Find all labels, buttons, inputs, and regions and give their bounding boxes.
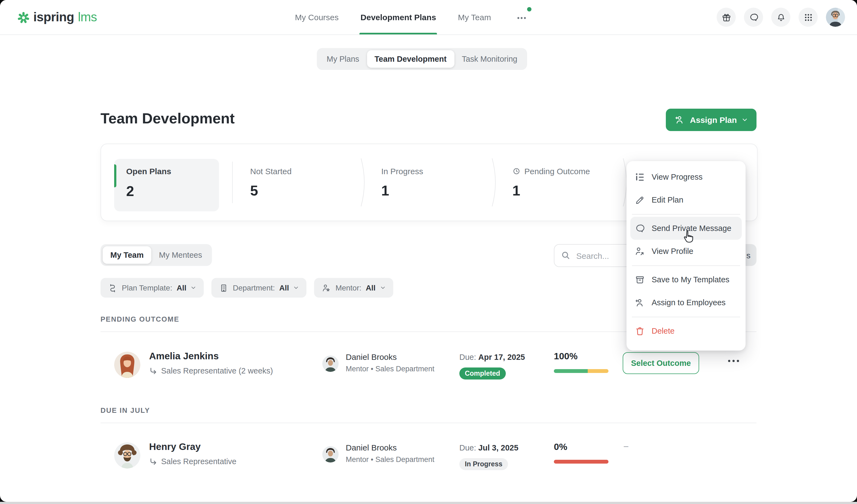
filter-label: Mentor: xyxy=(335,283,361,292)
filter-value: All xyxy=(366,283,375,292)
save-template-icon xyxy=(634,274,645,285)
progress-segment-green xyxy=(554,369,588,373)
employee-name[interactable]: Henry Gray xyxy=(149,441,201,453)
filter-mentor[interactable]: Mentor: All xyxy=(314,278,393,298)
tab-my-plans[interactable]: My Plans xyxy=(319,50,367,68)
assign-plan-label: Assign Plan xyxy=(690,115,737,124)
chevron-down-icon xyxy=(742,117,748,123)
stat-divider xyxy=(232,162,233,203)
nav-item-my-team[interactable]: My Team xyxy=(458,0,491,34)
apps-button[interactable] xyxy=(799,7,818,27)
filter-department[interactable]: Department: All xyxy=(212,278,307,298)
department-icon xyxy=(219,283,229,292)
notification-dot xyxy=(527,7,532,12)
stat-curve-divider xyxy=(359,158,367,206)
employee-avatar xyxy=(114,442,140,469)
menu-item-assign-to-employees[interactable]: Assign to Employees xyxy=(626,291,745,314)
tab-my-team[interactable]: My Team xyxy=(103,246,151,264)
mentor-name[interactable]: Daniel Brooks xyxy=(346,443,397,452)
plan-row-henry-gray[interactable]: Henry Gray Sales Representative Daniel B… xyxy=(101,428,756,483)
clock-icon xyxy=(512,167,521,175)
search-icon xyxy=(560,250,571,261)
progress-percent: 0% xyxy=(554,442,567,453)
team-switcher: My Team My Mentees xyxy=(101,244,212,266)
employee-role: Sales Representative (2 weeks) xyxy=(149,366,273,375)
due-date: Due: Jul 3, 2025 xyxy=(459,443,518,452)
section-heading-due-in-july: DUE IN JULY xyxy=(101,406,150,415)
edit-plan-icon xyxy=(634,195,645,205)
menu-item-view-progress[interactable]: View Progress xyxy=(626,166,745,188)
user-avatar[interactable] xyxy=(826,7,845,27)
page-title: Team Development xyxy=(101,109,235,128)
logo-product-text: lms xyxy=(78,10,97,24)
stat-value: 1 xyxy=(381,182,389,199)
chevron-down-icon xyxy=(380,285,385,290)
nav-item-development-plans[interactable]: Development Plans xyxy=(360,0,436,34)
select-outcome-button[interactable]: Select Outcome xyxy=(623,352,699,374)
mentor-name[interactable]: Daniel Brooks xyxy=(346,352,397,362)
mentor-details: Mentor • Sales Department xyxy=(346,365,435,373)
filters-row: Plan Template: All Department: All xyxy=(101,278,393,298)
partially-hidden-button-text: s xyxy=(746,250,751,259)
menu-item-delete[interactable]: Delete xyxy=(626,319,745,342)
due-date: Due: Apr 17, 2025 xyxy=(459,353,525,362)
stat-value: 5 xyxy=(250,182,258,199)
nav-more-button[interactable] xyxy=(513,0,531,34)
stat-value: 2 xyxy=(126,183,134,200)
notifications-button[interactable] xyxy=(771,7,790,27)
menu-item-view-profile[interactable]: View Profile xyxy=(626,240,745,263)
menu-item-save-to-my-templates[interactable]: Save to My Templates xyxy=(626,268,745,291)
stat-curve-divider xyxy=(490,158,498,206)
menu-divider xyxy=(626,211,745,217)
app-logo[interactable]: ispring lms xyxy=(17,0,97,34)
stat-label: In Progress xyxy=(381,167,423,176)
filter-value: All xyxy=(177,283,186,292)
stat-label-pending-outcome: Pending Outcome xyxy=(512,167,590,176)
tab-task-monitoring[interactable]: Task Monitoring xyxy=(454,50,525,68)
section-heading-pending-outcome: PENDING OUTCOME xyxy=(101,315,180,323)
messages-button[interactable] xyxy=(744,7,763,27)
main-nav: My Courses Development Plans My Team xyxy=(295,0,531,34)
row-more-button[interactable] xyxy=(727,359,740,363)
filter-label: Department: xyxy=(233,283,275,292)
gift-icon xyxy=(721,12,731,22)
stat-label: Not Started xyxy=(250,167,292,176)
sub-arrow-icon xyxy=(149,457,157,466)
logo-brand-text: ispring xyxy=(33,10,74,24)
employee-name[interactable]: Amelia Jenkins xyxy=(149,351,219,362)
status-badge: In Progress xyxy=(459,458,508,470)
sub-arrow-icon xyxy=(149,367,157,375)
assign-user-icon xyxy=(675,115,685,125)
plan-template-icon xyxy=(108,283,117,292)
tab-my-mentees[interactable]: My Mentees xyxy=(151,246,210,264)
filter-label: Plan Template: xyxy=(122,283,172,292)
menu-divider xyxy=(626,314,745,319)
mentor-avatar xyxy=(322,446,339,463)
apps-grid-icon xyxy=(803,12,813,22)
assign-employees-icon xyxy=(634,297,645,308)
chat-icon xyxy=(749,12,758,22)
progress-segment-yellow xyxy=(588,369,608,373)
filter-value: All xyxy=(280,283,289,292)
progress-bar xyxy=(554,369,608,373)
menu-item-send-private-message[interactable]: Send Private Message xyxy=(630,217,742,240)
status-badge: Completed xyxy=(459,368,505,380)
progress-bar xyxy=(554,460,608,464)
screenshot-stage: ispring lms My Courses Development Plans… xyxy=(0,0,857,504)
row-context-menu: View Progress Edit Plan Send Private Mes… xyxy=(626,161,745,351)
gifts-button[interactable] xyxy=(717,7,736,27)
view-profile-icon xyxy=(634,246,645,256)
filter-plan-template[interactable]: Plan Template: All xyxy=(101,278,204,298)
assign-plan-button[interactable]: Assign Plan xyxy=(666,109,756,131)
progress-percent: 100% xyxy=(554,351,577,362)
nav-item-my-courses[interactable]: My Courses xyxy=(295,0,339,34)
menu-item-edit-plan[interactable]: Edit Plan xyxy=(626,188,745,211)
view-switcher: My Plans Team Development Task Monitorin… xyxy=(317,48,527,70)
header-actions xyxy=(717,0,845,34)
tab-team-development[interactable]: Team Development xyxy=(367,50,454,68)
mentor-details: Mentor • Sales Department xyxy=(346,455,435,464)
stat-open-plans[interactable]: Open Plans 2 xyxy=(114,159,219,211)
window-bottom-strip xyxy=(0,502,857,504)
delete-icon xyxy=(634,326,645,336)
stat-accent-bar xyxy=(114,164,116,187)
